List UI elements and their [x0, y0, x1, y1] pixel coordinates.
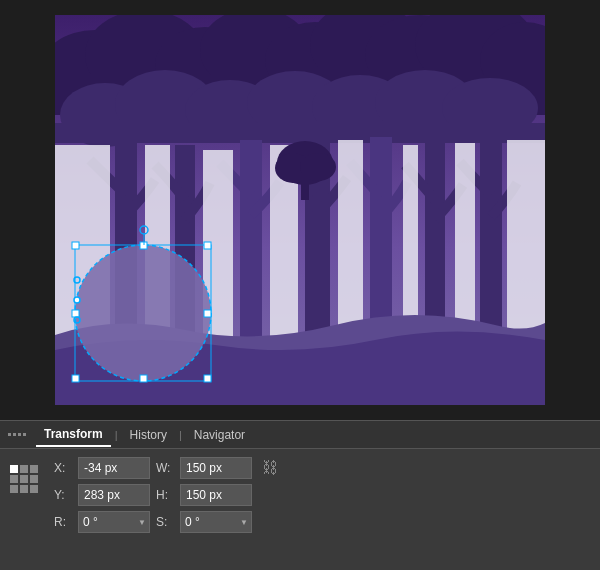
rs-row: R: 0 ° 45 ° 90 ° 180 ° ▼ S: 0 ° 45 ° 9 [54, 511, 280, 533]
y-label: Y: [54, 488, 72, 502]
w-label: W: [156, 461, 174, 475]
s-select[interactable]: 0 ° 45 ° 90 ° [180, 511, 252, 533]
tab-sep-2: | [179, 429, 182, 441]
panel-grip [8, 433, 26, 436]
tab-navigator[interactable]: Navigator [186, 424, 253, 446]
r-label: R: [54, 515, 72, 529]
panel-tabs: Transform | History | Navigator [0, 421, 600, 449]
tab-sep-1: | [115, 429, 118, 441]
s-select-wrapper: 0 ° 45 ° 90 ° ▼ [180, 511, 252, 533]
anchor-tc[interactable] [20, 465, 28, 473]
grip-dot [8, 433, 11, 436]
r-select[interactable]: 0 ° 45 ° 90 ° 180 ° [78, 511, 150, 533]
tab-transform[interactable]: Transform [36, 423, 111, 447]
grip-dot [18, 433, 21, 436]
y-input[interactable] [78, 484, 150, 506]
anchor-br[interactable] [30, 485, 38, 493]
w-section [180, 457, 252, 479]
anchor-ml[interactable] [10, 475, 18, 483]
h-label: H: [156, 488, 174, 502]
bottom-panel: Transform | History | Navigator X: W: [0, 420, 600, 570]
grip-dot [23, 433, 26, 436]
anchor-tl[interactable] [10, 465, 18, 473]
link-icon[interactable]: ⛓ [260, 459, 280, 477]
transform-panel: X: W: ⛓ Y: H: R: 0 ° [0, 449, 600, 546]
yh-row: Y: H: [54, 484, 280, 506]
s-label: S: [156, 515, 174, 529]
anchor-bc[interactable] [20, 485, 28, 493]
x-input[interactable] [78, 457, 150, 479]
xy-row: X: W: ⛓ [54, 457, 280, 479]
svg-point-41 [75, 245, 211, 381]
x-label: X: [54, 461, 72, 475]
artboard[interactable] [55, 15, 545, 405]
anchor-mr[interactable] [30, 475, 38, 483]
tab-history[interactable]: History [122, 424, 175, 446]
grip-dot [13, 433, 16, 436]
anchor-grid[interactable] [10, 465, 38, 493]
r-select-wrapper: 0 ° 45 ° 90 ° 180 ° ▼ [78, 511, 150, 533]
forest-scene [55, 15, 545, 405]
transform-fields: X: W: ⛓ Y: H: R: 0 ° [54, 457, 280, 538]
svg-rect-37 [301, 175, 309, 200]
w-input[interactable] [180, 457, 252, 479]
canvas-area [0, 0, 600, 420]
h-input[interactable] [180, 484, 252, 506]
anchor-mc[interactable] [20, 475, 28, 483]
anchor-tr[interactable] [30, 465, 38, 473]
anchor-bl[interactable] [10, 485, 18, 493]
